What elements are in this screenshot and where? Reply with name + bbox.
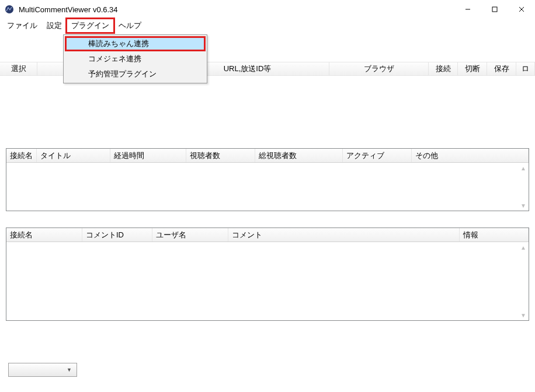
menu-settings[interactable]: 設定 xyxy=(42,19,67,33)
close-button[interactable] xyxy=(508,0,535,19)
menu-file[interactable]: ファイル xyxy=(2,19,42,33)
status-col-other[interactable]: その他 xyxy=(412,149,529,162)
col-connect[interactable]: 接続 xyxy=(429,62,458,75)
status-col-title[interactable]: タイトル xyxy=(37,149,110,162)
plugin-item-bouyomi[interactable]: 棒読みちゃん連携 xyxy=(65,36,206,51)
scroll-down-icon[interactable]: ▼ xyxy=(519,201,527,209)
window-title: MultiCommentViewer v0.6.34 xyxy=(19,5,118,14)
plugin-item-reservation[interactable]: 予約管理プラグイン xyxy=(65,66,206,82)
comment-grid: 接続名 コメントID ユーザ名 コメント 情報 ▲ ▼ xyxy=(6,228,529,321)
window-controls xyxy=(454,0,535,19)
plugin-dropdown: 棒読みちゃん連携 コメジェネ連携 予約管理プラグイン xyxy=(63,34,207,83)
minimize-button[interactable] xyxy=(454,0,481,19)
col-extra[interactable]: ロ xyxy=(516,62,535,75)
col-browser[interactable]: ブラウザ xyxy=(329,62,429,75)
menu-plugin[interactable]: プラグイン xyxy=(67,19,114,33)
comment-col-id[interactable]: コメントID xyxy=(82,228,152,242)
status-col-total-viewers[interactable]: 総視聴者数 xyxy=(255,149,343,162)
col-save[interactable]: 保存 xyxy=(487,62,516,75)
comment-grid-body[interactable]: ▲ ▼ xyxy=(6,242,529,320)
menu-help[interactable]: ヘルプ xyxy=(114,19,146,33)
comment-col-info[interactable]: 情報 xyxy=(460,228,529,242)
status-col-connection[interactable]: 接続名 xyxy=(6,149,37,162)
status-col-viewers[interactable]: 視聴者数 xyxy=(186,149,255,162)
status-grid: 接続名 タイトル 経過時間 視聴者数 総視聴者数 アクティブ その他 ▲ ▼ xyxy=(6,148,529,211)
comment-grid-header: 接続名 コメントID ユーザ名 コメント 情報 xyxy=(6,228,529,242)
scroll-down-icon[interactable]: ▼ xyxy=(519,311,527,319)
status-grid-header: 接続名 タイトル 経過時間 視聴者数 総視聴者数 アクティブ その他 xyxy=(6,149,529,163)
status-col-active[interactable]: アクティブ xyxy=(343,149,412,162)
comment-col-connection[interactable]: 接続名 xyxy=(6,228,82,242)
titlebar: MultiCommentViewer v0.6.34 xyxy=(0,0,535,19)
svg-rect-2 xyxy=(492,7,497,12)
scroll-up-icon[interactable]: ▲ xyxy=(519,164,527,172)
col-disconnect[interactable]: 切断 xyxy=(458,62,487,75)
comment-col-comment[interactable]: コメント xyxy=(228,228,460,242)
bottom-combo[interactable]: ▼ xyxy=(8,363,77,377)
menubar: ファイル 設定 プラグイン ヘルプ xyxy=(0,19,535,33)
comment-col-user[interactable]: ユーザ名 xyxy=(152,228,228,242)
maximize-button[interactable] xyxy=(481,0,508,19)
plugin-item-comegene[interactable]: コメジェネ連携 xyxy=(65,51,206,66)
status-col-elapsed[interactable]: 経過時間 xyxy=(110,149,186,162)
chevron-down-icon: ▼ xyxy=(67,367,72,373)
col-select[interactable]: 選択 xyxy=(0,62,37,75)
connection-toolbar-body xyxy=(0,76,535,146)
scroll-up-icon[interactable]: ▲ xyxy=(519,243,527,251)
app-window: MultiCommentViewer v0.6.34 ファイル 設定 プラグイン… xyxy=(0,0,535,392)
status-grid-body[interactable]: ▲ ▼ xyxy=(6,163,529,211)
app-icon xyxy=(5,5,14,14)
